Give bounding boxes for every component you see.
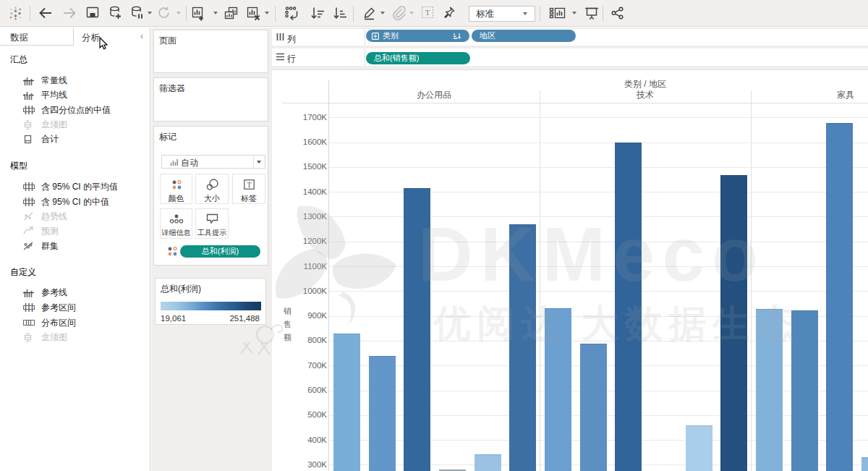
svg-text:T: T	[247, 181, 251, 189]
svg-text:T: T	[425, 8, 430, 17]
